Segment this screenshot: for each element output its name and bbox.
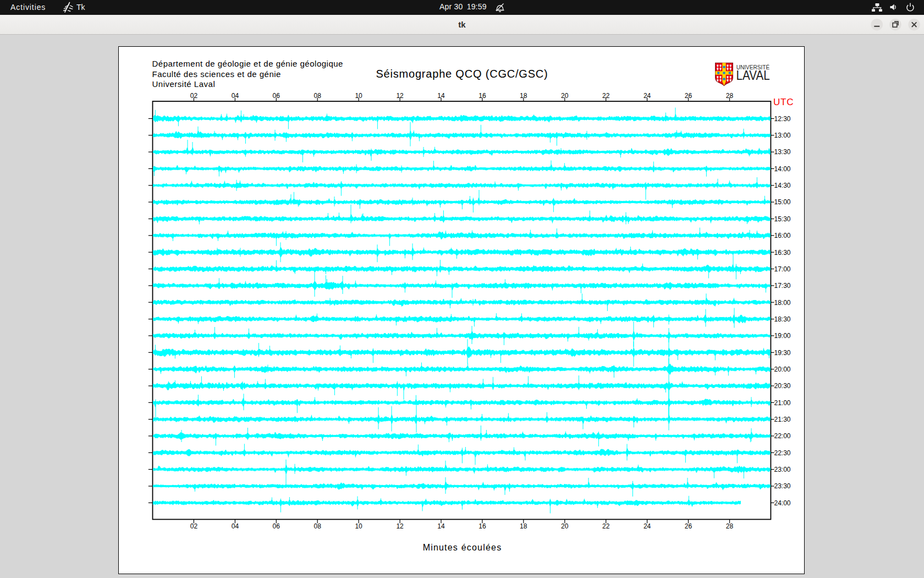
svg-text:20: 20 <box>561 522 569 530</box>
svg-text:18:00: 18:00 <box>774 299 791 307</box>
svg-text:04: 04 <box>232 92 239 100</box>
svg-text:19:00: 19:00 <box>774 332 791 340</box>
svg-text:14:30: 14:30 <box>774 182 791 189</box>
svg-text:14: 14 <box>437 522 445 530</box>
svg-text:LAVAL: LAVAL <box>736 68 770 83</box>
svg-text:22: 22 <box>602 522 610 530</box>
svg-text:10: 10 <box>355 92 362 100</box>
svg-text:Séismographe QCQ (CGC/GSC): Séismographe QCQ (CGC/GSC) <box>376 68 548 80</box>
svg-text:18:30: 18:30 <box>774 315 791 323</box>
svg-text:Minutes écoulées: Minutes écoulées <box>423 543 502 552</box>
svg-text:Faculté des sciences et de gén: Faculté des sciences et de génie <box>152 69 281 79</box>
svg-text:20:00: 20:00 <box>774 366 791 373</box>
svg-text:16: 16 <box>479 92 486 100</box>
svg-text:12:30: 12:30 <box>774 115 791 123</box>
svg-text:23:00: 23:00 <box>774 466 791 473</box>
svg-text:10: 10 <box>355 522 362 530</box>
svg-text:26: 26 <box>685 92 692 100</box>
svg-text:13:30: 13:30 <box>774 148 791 156</box>
svg-text:26: 26 <box>685 522 692 530</box>
svg-text:15:00: 15:00 <box>774 198 791 206</box>
svg-text:17:00: 17:00 <box>774 265 791 273</box>
svg-text:20:30: 20:30 <box>774 382 791 390</box>
svg-text:16:30: 16:30 <box>774 249 791 257</box>
svg-text:06: 06 <box>273 92 280 100</box>
svg-text:28: 28 <box>726 92 734 100</box>
svg-text:28: 28 <box>726 522 734 530</box>
svg-text:13:00: 13:00 <box>774 132 791 139</box>
svg-text:06: 06 <box>273 522 280 530</box>
svg-text:Département de géologie et de: Département de géologie et de génie géol… <box>152 59 343 68</box>
svg-text:12: 12 <box>396 92 404 100</box>
svg-text:02: 02 <box>190 92 198 100</box>
svg-text:04: 04 <box>232 522 239 530</box>
svg-text:19:30: 19:30 <box>774 349 791 357</box>
svg-text:22: 22 <box>602 92 610 100</box>
svg-text:18: 18 <box>520 92 527 100</box>
svg-text:02: 02 <box>190 522 198 530</box>
svg-text:22:00: 22:00 <box>774 432 791 440</box>
svg-text:12: 12 <box>396 522 404 530</box>
svg-text:24: 24 <box>644 522 651 530</box>
svg-text:24: 24 <box>644 92 651 100</box>
svg-text:16: 16 <box>479 522 486 530</box>
svg-text:17:30: 17:30 <box>774 282 791 290</box>
svg-text:23:30: 23:30 <box>774 482 791 490</box>
svg-text:08: 08 <box>314 92 322 100</box>
svg-text:16:00: 16:00 <box>774 232 791 239</box>
svg-text:14: 14 <box>437 92 445 100</box>
svg-text:15:30: 15:30 <box>774 215 791 223</box>
svg-text:UTC: UTC <box>773 97 794 107</box>
svg-text:14:00: 14:00 <box>774 165 791 173</box>
svg-text:21:30: 21:30 <box>774 416 791 423</box>
svg-text:21:00: 21:00 <box>774 399 791 407</box>
svg-text:22:30: 22:30 <box>774 449 791 457</box>
svg-text:08: 08 <box>314 522 322 530</box>
svg-text:18: 18 <box>520 522 527 530</box>
svg-text:Université Laval: Université Laval <box>152 79 216 89</box>
svg-text:24:00: 24:00 <box>774 499 791 507</box>
svg-text:20: 20 <box>561 92 569 100</box>
